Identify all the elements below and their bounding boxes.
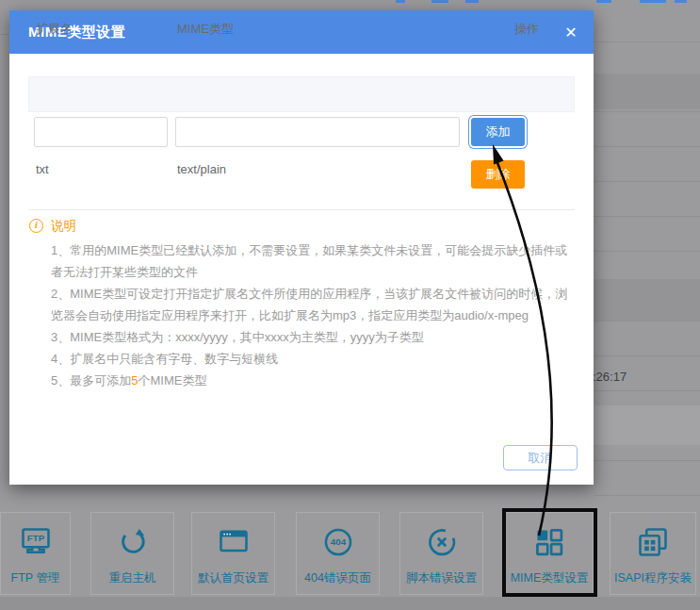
row-mime-value: text/plain: [177, 162, 226, 176]
bg-row-line: [0, 34, 9, 35]
bg-peek-icon: [396, 0, 405, 3]
delete-button[interactable]: 删除: [471, 160, 525, 189]
mime-settings-dialog: MIME类型设置 ✕ 扩展名 MIME类型 操作 添加 txt text/pla…: [9, 10, 594, 485]
bg-peek-icon: [596, 0, 611, 3]
bg-table-row-band: [594, 405, 700, 445]
column-header-extension: 扩展名: [36, 21, 73, 38]
notice-line: 2、MIME类型可设定打开指定扩展名文件所使用的应用程序，当该扩展名文件被访问的…: [51, 283, 571, 326]
column-header-mime-type: MIME类型: [177, 21, 234, 38]
extension-input[interactable]: [34, 117, 168, 147]
isapi-install-icon: [636, 525, 670, 559]
card-label: FTP 管理: [11, 570, 60, 586]
script-error-icon: [425, 525, 459, 559]
cancel-button[interactable]: 取消: [503, 445, 578, 470]
browser-window-icon: [217, 525, 251, 559]
card-isapi-install[interactable]: ISAPI程序安装: [610, 512, 696, 595]
close-icon[interactable]: ✕: [560, 22, 582, 44]
bg-peek-icon: [431, 0, 448, 3]
card-label: 默认首页设置: [198, 570, 269, 586]
notice-line: 4、扩展名中只能含有字母、数字与短横线: [51, 348, 571, 370]
card-label: 脚本错误设置: [406, 570, 477, 586]
bg-bottom-strip: [0, 597, 700, 610]
404-icon-glyph: 404: [330, 536, 346, 547]
bg-table-row-band: [594, 279, 700, 321]
divider: [28, 209, 575, 210]
card-label: ISAPI程序安装: [614, 570, 692, 586]
404-circle-icon: 404: [321, 525, 355, 559]
annotation-highlight-box: [502, 508, 597, 597]
card-restart-host[interactable]: 重启主机: [90, 512, 174, 595]
table-header-row: [28, 76, 575, 112]
card-label: 404错误页面: [304, 570, 371, 586]
notice-line: 5、最多可添加5个MIME类型: [51, 370, 571, 391]
info-icon: i: [29, 219, 43, 233]
dialog-header: MIME类型设置 ✕: [9, 10, 594, 54]
notice-line: 3、MIME类型格式为：xxxx/yyyy，其中xxxx为主类型，yyyy为子类…: [51, 326, 571, 348]
card-label: 重启主机: [109, 570, 156, 586]
notice-line-suffix: 个MIME类型: [138, 373, 206, 387]
card-ftp-management[interactable]: FTP FTP 管理: [0, 512, 71, 595]
screen: :26:17 FTP FTP 管理 重启主机 默认首页设置 404: [0, 0, 700, 610]
notice-line: 1、常用的MIME类型已经默认添加，不需要设置，如果某类文件未设置，可能会提示缺…: [51, 239, 571, 283]
row-extension-value: txt: [36, 162, 49, 176]
add-button[interactable]: 添加: [471, 118, 525, 146]
bg-peek-icon: [640, 0, 666, 3]
card-default-homepage[interactable]: 默认首页设置: [191, 512, 275, 595]
bg-table-row-band: [594, 74, 700, 109]
column-header-operation: 操作: [514, 21, 539, 38]
notice-title: 说明: [51, 218, 76, 235]
notice-body: 1、常用的MIME类型已经默认添加，不需要设置，如果某类文件未设置，可能会提示缺…: [51, 239, 571, 391]
restart-icon: [116, 525, 150, 559]
mime-type-input[interactable]: [175, 117, 460, 147]
notice-line-prefix: 5、最多可添加: [51, 373, 131, 387]
bg-peek-icon: [675, 0, 687, 3]
card-404-error-page[interactable]: 404 404错误页面: [296, 512, 380, 595]
ftp-icon-glyph: FTP: [26, 533, 44, 543]
bg-timestamp-fragment: :26:17: [593, 370, 627, 384]
ftp-monitor-icon: FTP: [19, 525, 53, 559]
card-script-error-settings[interactable]: 脚本错误设置: [399, 512, 483, 595]
bg-peek-icon: [465, 0, 479, 3]
